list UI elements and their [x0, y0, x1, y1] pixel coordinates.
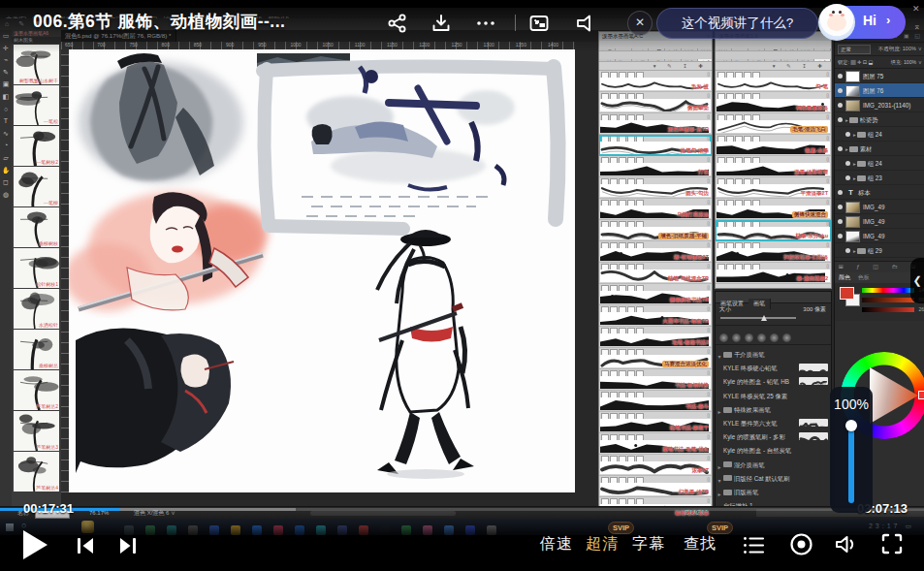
caret-icon: ▸	[716, 488, 723, 498]
volume-icon[interactable]	[833, 531, 859, 561]
layer-row: ▸组 24	[835, 156, 924, 171]
previous-episode-button[interactable]	[74, 534, 97, 561]
fullscreen-icon[interactable]	[879, 531, 905, 560]
hue-marker	[918, 391, 924, 399]
folder-caret-icon: ▸	[853, 161, 856, 167]
taskbar-app-icon	[209, 525, 219, 535]
layer-thumbnail	[845, 85, 860, 97]
taskbar-app-icon	[188, 525, 198, 535]
subtitle-button[interactable]: 字幕	[632, 534, 665, 555]
delete-icon: ▯	[707, 135, 710, 142]
brush-preset-label: 浓墨2T	[692, 467, 709, 474]
layer-row: T标本	[835, 185, 924, 200]
play-button[interactable]	[23, 530, 48, 559]
thumbnail-label: 一笔松	[44, 118, 58, 124]
canvas-artwork	[69, 49, 575, 492]
delete-icon: ▯	[826, 220, 829, 227]
record-icon[interactable]	[788, 531, 814, 561]
visibility-eye-icon	[845, 132, 850, 137]
ai-question-pill[interactable]: 这个视频讲了什么?	[656, 8, 818, 39]
progress-bar[interactable]	[0, 508, 924, 511]
video-frame[interactable]: 文件(F)编辑(E)图像(I)图层(L)文字(Y)选择(S)滤镜(T)3D(D)…	[0, 0, 924, 571]
brush-folder-name: 干介质画笔	[734, 351, 764, 358]
ruler-number: 950	[258, 42, 266, 48]
brush-preset: ▯侧墨斜纹书法TR	[599, 284, 712, 305]
window-share-icon: ⌅	[913, 21, 921, 31]
artwork-frame-scene	[263, 66, 558, 229]
danmaku-toggle-icon[interactable]	[572, 12, 595, 35]
download-icon[interactable]	[430, 12, 453, 35]
brush-preset: ▯浓墨2T	[599, 455, 712, 476]
fill-value: 100%	[904, 59, 916, 65]
brush-tabs-row1: 烟雾浓淡湿水墨晕勾线树藤枯笔	[599, 41, 712, 51]
brush-preset: ▯泥色和覆墨-浓TR	[599, 113, 712, 135]
brush-preset-label: 墙色-旧纸质感-平铺	[658, 233, 709, 239]
delete-icon: ▯	[707, 433, 710, 440]
brush-mini-toolbar: ▯	[599, 497, 712, 504]
playlist-drawer-toggle[interactable]: ❮	[910, 258, 924, 303]
visibility-eye-icon	[845, 175, 850, 180]
brush-settings-panel: 画笔设置画笔 大小 300 像素 ▾干介质画笔KYLE 终极硬心铅笔Kyle 的…	[715, 291, 832, 526]
next-episode-button[interactable]	[116, 534, 140, 561]
folder-caret-icon: ▸	[845, 146, 848, 152]
taskbar-app-icon	[359, 525, 368, 535]
brush-preset-label: 枯墨-水分oku	[795, 233, 828, 239]
volume-slider[interactable]	[848, 424, 854, 503]
folder-icon	[723, 475, 732, 481]
layer-name: 标本	[858, 189, 871, 196]
playlist-icon[interactable]	[741, 532, 767, 562]
playback-speed-button[interactable]: 倍速	[540, 534, 573, 555]
folder-icon	[849, 117, 858, 123]
delete-icon: ▯	[826, 71, 829, 78]
status-scrollbar	[310, 511, 456, 516]
taskbar-app-icon	[487, 525, 496, 535]
artwork-samurai	[377, 230, 474, 479]
layer-name: 素材	[860, 145, 873, 152]
brush-preset: ▯褐色氤氲浓淡	[716, 92, 831, 113]
close-icon[interactable]: ✕	[627, 11, 653, 36]
brush-preset-label: 抢笔勾-浓墨	[681, 147, 709, 154]
ruler-number: 1000	[290, 42, 301, 48]
brush-folder-row: ▸特殊效果画笔	[716, 402, 831, 416]
taskbar-app-icon	[401, 525, 411, 535]
delete-icon: ▯	[707, 327, 710, 333]
delete-icon: ▯	[707, 369, 710, 376]
blend-mode-select: 正常	[838, 45, 871, 54]
quality-button[interactable]: 超清	[586, 534, 619, 555]
brush-preset: ▯圆头-勾边	[599, 177, 712, 199]
thumbnail-label: 水洒松针	[39, 322, 58, 328]
brush-mini-toolbar: ▯	[599, 71, 712, 78]
brush-preset: ▯枯笔-勾线混合TR	[599, 263, 712, 284]
assistant-label: Hi	[863, 13, 876, 28]
layer-thumbnail	[845, 231, 860, 242]
volume-slider-knob[interactable]	[845, 420, 857, 431]
brush-folder-row: Kyle 的喷溅笔刷 - 多彩	[716, 429, 831, 443]
ruler-number: 1200	[419, 42, 430, 48]
thumbnail-label: 芦苇树丛3	[36, 444, 58, 450]
delete-icon: ▯	[826, 156, 829, 163]
brush-mini-toolbar: ▯	[599, 433, 712, 440]
brush-preset: ▯侧锋快速混合	[716, 199, 831, 220]
brush-mini-toolbar: ▯	[599, 412, 712, 419]
brush-preset-label: 扫把纹枯墨-幻彩淡	[783, 254, 828, 261]
brush-mini-toolbar: ▯	[599, 284, 712, 291]
ps-tool-icon: ◍	[0, 189, 12, 202]
brush-preset: ▯枯笔书法-墨斑干	[599, 412, 712, 433]
folder-icon	[723, 490, 732, 495]
delete-icon: ▯	[707, 476, 710, 483]
more-icon[interactable]	[474, 12, 497, 35]
find-button[interactable]: 查找	[684, 534, 717, 555]
brush-tabs-row2: 写法构图自带泼染擦除其它改变	[599, 51, 712, 62]
picture-in-picture-icon[interactable]	[527, 12, 551, 35]
delete-icon: ▯	[707, 220, 710, 227]
layer-name: IMG_49	[863, 204, 884, 210]
delete-icon: ▯	[707, 71, 710, 78]
visibility-eye-icon	[838, 88, 843, 93]
brush-mini-toolbar: ▯	[599, 327, 712, 333]
folder-icon	[857, 132, 866, 138]
ai-assistant-button[interactable]: Hi ›	[820, 6, 906, 39]
brush-preset: ▯扫把纹枯墨-幻彩淡	[716, 241, 831, 263]
brush-folder-row: ▸旧版画笔	[716, 485, 831, 498]
layer-name: 图层 76	[863, 87, 883, 94]
share-icon[interactable]	[386, 12, 409, 35]
